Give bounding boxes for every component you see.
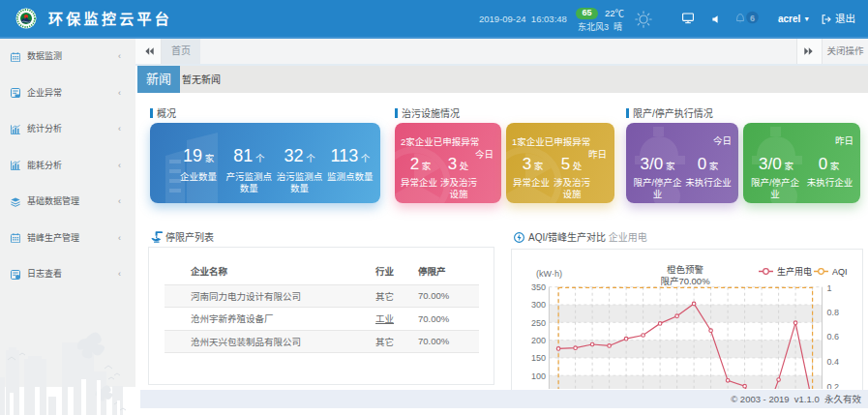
svg-text:0.6: 0.6	[827, 332, 840, 341]
svg-text:AQI: AQI	[832, 267, 848, 277]
svg-text:100: 100	[531, 371, 546, 381]
svg-text:250: 250	[531, 318, 546, 328]
svg-text:350: 350	[531, 282, 546, 292]
svg-text:6: 6	[750, 14, 755, 23]
svg-text:橙色预警: 橙色预警	[667, 264, 704, 275]
svg-text:生产用电: 生产用电	[777, 266, 812, 277]
svg-text:0.2: 0.2	[827, 382, 840, 389]
svg-text:0.4: 0.4	[827, 357, 840, 367]
svg-text:150: 150	[531, 353, 546, 363]
svg-text:1: 1	[827, 283, 832, 293]
svg-text:300: 300	[531, 300, 546, 310]
svg-text:限产70.00%: 限产70.00%	[660, 276, 710, 286]
svg-text:(kW·h): (kW·h)	[536, 269, 562, 279]
svg-text:200: 200	[531, 336, 546, 345]
svg-text:0.8: 0.8	[827, 308, 840, 317]
